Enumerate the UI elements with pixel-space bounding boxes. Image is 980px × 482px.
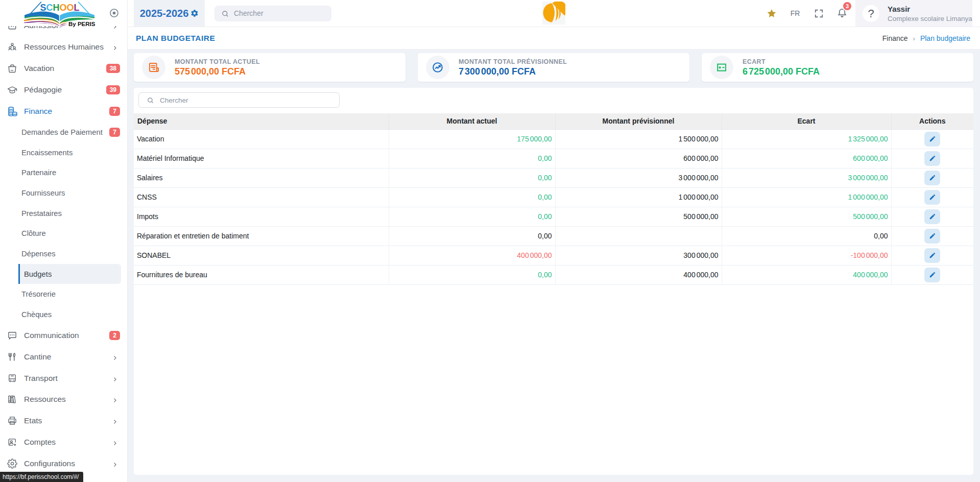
svg-text:By PERIS: By PERIS: [68, 21, 95, 27]
svg-text:SCHOOL: SCHOOL: [40, 3, 79, 13]
